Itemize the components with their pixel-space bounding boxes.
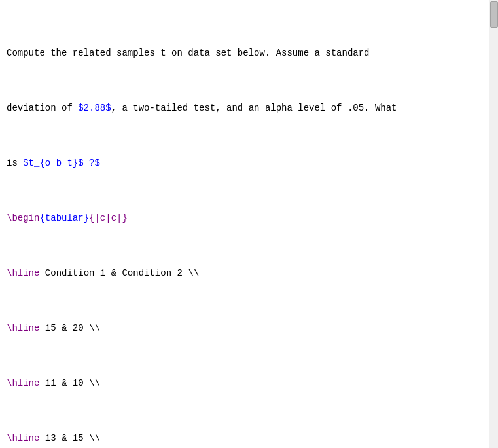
text-span-blue: {tabular}: [39, 213, 89, 223]
text-span: 11 & 10 \\: [39, 378, 99, 388]
text-span-purple: {|c|c|}: [89, 213, 128, 223]
text-span: 13 & 15 \\: [39, 433, 99, 443]
line-1: Compute the related samples t on data se…: [7, 47, 482, 60]
text-span-purple: \hline: [7, 378, 39, 388]
text-span: , a two-tailed test, and an alpha level …: [111, 103, 397, 113]
line-5: \hline Condition 1 & Condition 2 \\: [7, 267, 482, 280]
line-6: \hline 15 & 20 \\: [7, 322, 482, 335]
text-content[interactable]: Compute the related samples t on data se…: [0, 0, 489, 448]
line-3: is $t_{o b t}$ ?$: [7, 157, 482, 170]
page-container: Compute the related samples t on data se…: [0, 0, 498, 448]
line-2: deviation of $2.88$, a two-tailed test, …: [7, 102, 482, 115]
text-span-purple: \begin: [7, 213, 39, 223]
text-span: is: [7, 158, 23, 168]
text-span: deviation of: [7, 103, 78, 113]
text-span-purple: \hline: [7, 268, 39, 278]
scrollbar-thumb[interactable]: [490, 1, 498, 28]
line-4: \begin{tabular}{|c|c|}: [7, 212, 482, 225]
text-span-blue: $t_{o b t}$ ?$: [23, 158, 100, 168]
text-span: 15 & 20 \\: [39, 323, 99, 333]
line-8: \hline 13 & 15 \\: [7, 432, 482, 445]
text-span: Compute the related samples t on data se…: [7, 48, 370, 58]
text-span-purple: \hline: [7, 323, 39, 333]
text-span-blue: $2.88$: [78, 103, 111, 113]
scrollbar[interactable]: [489, 0, 498, 448]
text-span: Condition 1 & Condition 2 \\: [39, 268, 199, 278]
text-span-purple: \hline: [7, 433, 39, 443]
line-7: \hline 11 & 10 \\: [7, 377, 482, 390]
